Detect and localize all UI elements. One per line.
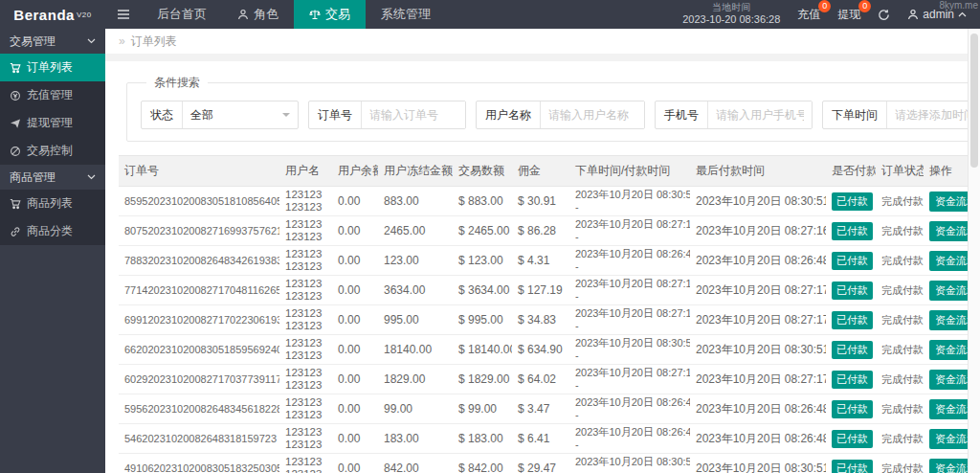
column-header: 订单号 [119, 156, 279, 187]
order-status-text: 完成付款 [881, 433, 924, 444]
sidebar-group-trade[interactable]: 交易管理 [0, 29, 105, 54]
paid-status-cell: 已付款 [826, 394, 876, 424]
sidebar-item-goods-category[interactable]: 商品分类 [0, 217, 105, 245]
user-name-cell: 123123123123 [279, 246, 332, 276]
sidebar-item-goods-list[interactable]: 商品列表 [0, 190, 105, 217]
nav-system[interactable]: 系统管理 [366, 0, 446, 29]
link-icon [10, 226, 21, 237]
table-row: 771420231020082717048116265 123123123123… [119, 276, 977, 305]
status-value: 全部 [183, 101, 275, 128]
table-row: 662020231020083051859569240 123123123123… [119, 335, 977, 365]
column-header: 用户冻结金额 [378, 156, 453, 187]
order-time-cell: 2023年10月20日 08:26:48- [569, 394, 690, 424]
order-time-cell: 2023年10月20日 08:27:17- [569, 365, 690, 394]
order-status-cell: 完成付款 [876, 305, 924, 335]
user-name-cell: 123123123123 [279, 187, 332, 216]
column-header: 佣金 [512, 156, 569, 187]
user-name-input[interactable] [541, 101, 644, 128]
sidebar-item-recharge[interactable]: 充值管理 [0, 81, 105, 109]
watermark: 8kym.me [939, 0, 978, 11]
order-table: 订单号用户名用户余额用户冻结金额交易数额佣金下单时间/付款时间最后付款时间是否付… [119, 155, 977, 473]
search-panel: 条件搜索 状态 全部 订单号 用户名称 [126, 75, 980, 142]
order-time-cell: 2023年10月20日 08:26:48- [569, 424, 690, 454]
order-status-cell: 完成付款 [876, 365, 924, 394]
scrollbar-thumb[interactable] [970, 34, 978, 168]
scrollbar-track[interactable] [968, 29, 980, 473]
breadcrumb: » 订单列表 [105, 29, 980, 54]
order-no-cell: 602920231020082717037739117 [119, 365, 279, 394]
sidebar-item-order-list[interactable]: 订单列表 [0, 54, 105, 81]
order-status-text: 完成付款 [881, 344, 924, 355]
breadcrumb-current: 订单列表 [131, 34, 177, 50]
refresh-icon[interactable] [878, 9, 890, 21]
recharge-label: 充值 [797, 8, 820, 21]
last-pay-time-cell: 2023年10月20日 08:27:16 [690, 216, 826, 246]
top-header: Beranda V20 后台首页 角色 交易 系统管理 当地时间 2023-10… [0, 0, 980, 29]
last-pay-time-cell: 2023年10月20日 08:27:17 [690, 365, 826, 394]
menu-toggle-icon[interactable] [105, 0, 142, 29]
trade-amount-cell: $ 1829.00 [453, 365, 512, 394]
nav-home[interactable]: 后台首页 [142, 0, 222, 29]
nav-roles[interactable]: 角色 [222, 0, 294, 29]
withdraw-label: 提现 [837, 8, 860, 21]
table-row: 602920231020082717037739117 123123123123… [119, 365, 977, 394]
order-time-label: 下单时间 [823, 101, 887, 128]
paid-badge: 已付款 [832, 311, 873, 329]
column-header: 最后付款时间 [690, 156, 826, 187]
user-balance-cell: 0.00 [332, 276, 378, 305]
frozen-amount-cell: 99.00 [378, 394, 453, 424]
chevron-down-icon [275, 101, 298, 128]
order-time-cell: 2023年10月20日 08:27:16- [569, 216, 690, 246]
paid-badge: 已付款 [832, 371, 873, 389]
send-icon [10, 118, 21, 129]
sidebar-item-label: 商品分类 [27, 223, 73, 239]
sidebar-group-goods[interactable]: 商品管理 [0, 165, 105, 190]
order-status-cell: 完成付款 [876, 276, 924, 305]
status-select[interactable]: 状态 全部 [141, 101, 299, 129]
app-logo: Beranda V20 [0, 0, 105, 29]
nav-label: 后台首页 [157, 6, 207, 23]
order-no-cell: 662020231020083051859569240 [119, 335, 279, 365]
order-time-input[interactable] [887, 101, 980, 128]
withdraw-link[interactable]: 提现 0 [837, 7, 860, 23]
divider [105, 54, 980, 61]
user-name-cell: 123123123123 [279, 365, 332, 394]
user-balance-cell: 0.00 [332, 335, 378, 365]
user-name-cell: 123123123123 [279, 305, 332, 335]
order-no-input[interactable] [362, 101, 465, 128]
table-row: 595620231020082648345618228 123123123123… [119, 394, 977, 424]
search-panel-title: 条件搜索 [146, 75, 208, 91]
last-pay-time-cell: 2023年10月20日 08:26:48 [690, 424, 826, 454]
order-status-text: 完成付款 [881, 255, 924, 266]
withdraw-badge: 0 [858, 0, 871, 12]
order-status-cell: 完成付款 [876, 454, 924, 473]
last-pay-time-cell: 2023年10月20日 08:26:48 [690, 394, 826, 424]
person-icon [237, 9, 249, 20]
frozen-amount-cell: 123.00 [378, 246, 453, 276]
paid-badge: 已付款 [832, 192, 873, 211]
frozen-amount-cell: 3634.00 [378, 276, 453, 305]
nav-trade[interactable]: 交易 [294, 0, 366, 29]
last-pay-time-cell: 2023年10月20日 08:27:17 [690, 305, 826, 335]
paid-status-cell: 已付款 [826, 365, 876, 394]
commission-cell: $ 29.47 [512, 454, 569, 473]
phone-input[interactable] [708, 101, 812, 128]
commission-cell: $ 34.83 [512, 305, 569, 335]
paid-status-cell: 已付款 [826, 276, 876, 305]
last-pay-time-cell: 2023年10月20日 08:26:48 [690, 246, 826, 276]
order-status-cell: 完成付款 [876, 246, 924, 276]
person-icon [907, 9, 919, 20]
trade-amount-cell: $ 2465.00 [453, 216, 512, 246]
order-time-cell: 2023年10月20日 08:30:51- [569, 454, 690, 473]
last-pay-time-cell: 2023年10月20日 08:30:51 [690, 187, 826, 216]
sidebar-item-withdraw[interactable]: 提现管理 [0, 109, 105, 137]
column-header: 订单状态 [876, 156, 924, 187]
paid-status-cell: 已付款 [826, 246, 876, 276]
main-content: » 订单列表 条件搜索 状态 全部 订单号 用户名 [105, 29, 980, 473]
recharge-link[interactable]: 充值 0 [797, 7, 820, 23]
frozen-amount-cell: 842.00 [378, 454, 453, 473]
sidebar-item-trade-control[interactable]: 交易控制 [0, 137, 105, 165]
user-name-cell: 123123123123 [279, 276, 332, 305]
trade-amount-cell: $ 842.00 [453, 454, 512, 473]
order-status-text: 完成付款 [881, 403, 924, 415]
